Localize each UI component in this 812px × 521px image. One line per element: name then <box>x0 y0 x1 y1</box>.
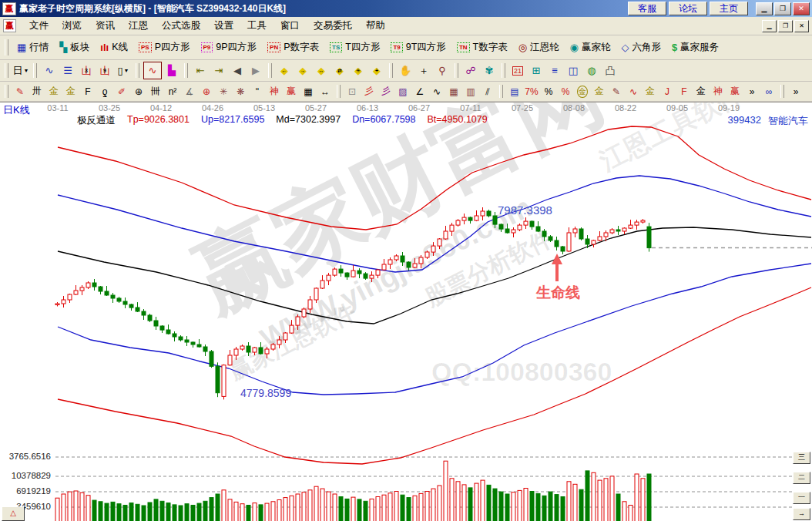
menu-item-4[interactable]: 公式选股 <box>155 18 207 34</box>
jump-last-button[interactable]: ⇥ <box>210 62 227 79</box>
gold-circle-tool[interactable]: 金 <box>575 84 590 99</box>
chart9-icon[interactable]: 山9 <box>96 62 113 79</box>
gold-section-tool[interactable]: 金 <box>46 84 62 99</box>
candle-style-dropdown[interactable]: ▯▼ <box>115 62 132 79</box>
pane-layout-button-3[interactable]: → <box>793 508 810 520</box>
gold-line-tool[interactable]: 金 <box>592 84 607 99</box>
ying-angle-tool[interactable]: 赢 <box>727 84 743 99</box>
menu-item-6[interactable]: 工具 <box>240 18 273 34</box>
toolbar-item-六角形[interactable]: ◇六角形 <box>616 39 666 55</box>
pane-layout-button-0[interactable]: 三 <box>793 452 810 464</box>
bar-ruler-tool[interactable]: ▤ <box>507 84 522 99</box>
pane-layout-button-2[interactable]: 一 <box>793 492 810 504</box>
zigzag-blue-icon[interactable]: ∿ <box>41 62 58 79</box>
trend-angle-tool[interactable]: ∠ <box>412 84 428 99</box>
fit-all-diamond[interactable]: ◆+ <box>368 62 385 79</box>
grid-box2-tool[interactable]: ▥ <box>463 84 478 99</box>
grid-123-tool[interactable]: ▦ <box>300 84 316 99</box>
web-box-tool[interactable]: ❋ <box>233 84 248 99</box>
toolbar-item-P数字表[interactable]: PNP数字表 <box>262 39 324 55</box>
parallel-tool[interactable]: ⫽ <box>480 84 495 99</box>
kline-chart[interactable]: 03-1103-2504-1204-2605-1305-2706-1306-27… <box>0 103 812 521</box>
mdi-restore-button[interactable]: ❐ <box>778 20 793 32</box>
percent-line-tool[interactable]: % <box>558 84 573 99</box>
zigzag-red-icon[interactable]: ∿ <box>143 62 162 79</box>
gann-grid-tool[interactable]: 卅 <box>29 84 45 99</box>
width-span-tool[interactable]: ↔ <box>317 84 333 99</box>
titlebar-link-2[interactable]: 主页 <box>710 2 748 15</box>
percent-tool[interactable]: % <box>541 84 556 99</box>
candle-pencil-tool[interactable]: ✎ <box>609 84 624 99</box>
menu-item-9[interactable]: 帮助 <box>359 18 392 34</box>
info-panel-icon[interactable]: ☰ <box>59 62 76 79</box>
shen-lines-tool[interactable]: 神 <box>267 84 282 99</box>
pane-layout-button-1[interactable]: 二 <box>793 472 810 484</box>
shen-angle-tool[interactable]: 神 <box>710 84 726 99</box>
web-star-tool[interactable]: ✳ <box>216 84 231 99</box>
close-button[interactable]: ✕ <box>793 2 810 15</box>
toolbar-item-江恩轮[interactable]: ◎江恩轮 <box>513 39 565 55</box>
profile-histogram-icon[interactable]: ▙ <box>163 62 180 79</box>
toolbar-item-9P四方形[interactable]: P99P四方形 <box>196 39 263 55</box>
teal-marker-icon[interactable]: ✾ <box>481 62 498 79</box>
gold-angle2-tool[interactable]: 金 <box>693 84 709 99</box>
fan-box2-tool[interactable]: ▨ <box>395 84 411 99</box>
web-export-icon[interactable]: ◍ <box>583 62 600 79</box>
spiral-tool[interactable]: ƍ <box>97 84 112 99</box>
menu-item-1[interactable]: 浏览 <box>55 18 89 34</box>
scroll-right-diamond[interactable]: ◆→ <box>294 62 311 79</box>
compress-x-diamond[interactable]: ◆⇄ <box>331 62 348 79</box>
save-icon[interactable]: ◫ <box>565 62 582 79</box>
angle-tool[interactable]: ∡ <box>182 84 197 99</box>
ying-lines-tool[interactable]: 赢 <box>284 84 299 99</box>
hand-drag-tool[interactable]: ✋ <box>397 62 414 79</box>
gold-extension-tool[interactable]: 金 <box>63 84 79 99</box>
period-day-dropdown[interactable]: 日▼ <box>12 62 29 79</box>
n-square-tool[interactable]: n² <box>165 84 180 99</box>
gold-angle-tool[interactable]: 金 <box>643 84 658 99</box>
calendar-icon[interactable]: 21 <box>509 62 526 79</box>
fan-box-tool[interactable]: 彡 <box>378 84 394 99</box>
infinity-tool[interactable]: ∞ <box>761 84 777 99</box>
k-marks-tool[interactable]: ʺ <box>250 84 265 99</box>
gann-circle-tool[interactable]: ⊕ <box>131 84 146 99</box>
wave-tool[interactable]: ∿ <box>429 84 445 99</box>
percent7-tool[interactable]: 7% <box>524 84 539 99</box>
toolbar-item-P四方形[interactable]: PSP四方形 <box>133 39 196 55</box>
target-tool[interactable]: ⊕ <box>199 84 214 99</box>
toolbar-item-板块[interactable]: ▚板块 <box>54 39 95 55</box>
grid-box-tool[interactable]: ▦ <box>446 84 461 99</box>
toolbar-item-赢家服务[interactable]: $赢家服务 <box>666 39 724 55</box>
toolbar-item-赢家轮[interactable]: ◉赢家轮 <box>565 39 616 55</box>
menu-item-7[interactable]: 窗口 <box>273 18 307 34</box>
more-tools-2[interactable]: » <box>788 84 804 99</box>
page-right-button[interactable]: ▶ <box>247 62 264 79</box>
pencil-chart-tool[interactable]: ✐ <box>114 84 129 99</box>
toolbar-item-行情[interactable]: ▦行情 <box>12 39 54 55</box>
toolbar-item-K线[interactable]: ılıK线 <box>95 39 133 55</box>
notes-icon[interactable]: ≡ <box>546 62 563 79</box>
more-tools-1[interactable]: » <box>744 84 760 99</box>
toolbar-item-T数字表[interactable]: TNT数字表 <box>451 39 513 55</box>
menu-item-8[interactable]: 交易委托 <box>307 18 359 34</box>
pencil-tool[interactable]: ✎ <box>12 84 28 99</box>
zoom-tool[interactable]: ⚲ <box>434 62 451 79</box>
menu-item-3[interactable]: 江恩 <box>122 18 155 34</box>
print-icon[interactable]: 凸 <box>602 62 619 79</box>
menu-item-5[interactable]: 设置 <box>207 18 240 34</box>
jump-first-button[interactable]: ⇤ <box>192 62 209 79</box>
fan-tool[interactable]: 彡 <box>361 84 377 99</box>
expand-volume-button[interactable]: △ <box>2 506 25 521</box>
titlebar-link-1[interactable]: 论坛 <box>669 2 707 15</box>
scroll-left-diamond[interactable]: ◆← <box>276 62 293 79</box>
toolbar-item-T四方形[interactable]: TST四方形 <box>324 39 385 55</box>
mdi-close-button[interactable]: ✕ <box>794 20 809 32</box>
minimize-button[interactable]: ▁ <box>756 2 773 15</box>
menu-item-0[interactable]: 文件 <box>22 18 55 34</box>
mdi-minimize-button[interactable]: ▁ <box>762 20 777 32</box>
wave-red-tool[interactable]: ∿ <box>626 84 641 99</box>
toolbar-item-9T四方形[interactable]: T99T四方形 <box>385 39 451 55</box>
crosshair-tool[interactable]: ＋ <box>415 62 432 79</box>
calculator-icon[interactable]: ⊞ <box>528 62 545 79</box>
purple-marker-icon[interactable]: ☍ <box>462 62 479 79</box>
